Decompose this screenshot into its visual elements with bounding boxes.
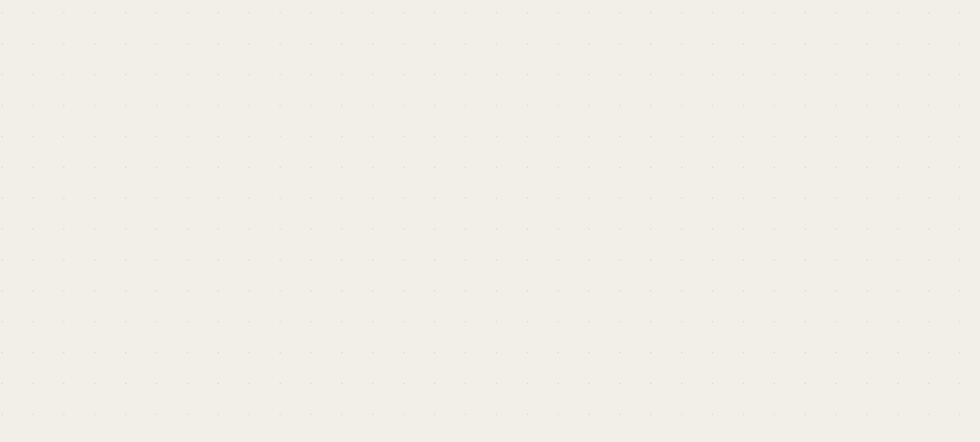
schematic-canvas[interactable] (0, 0, 980, 442)
